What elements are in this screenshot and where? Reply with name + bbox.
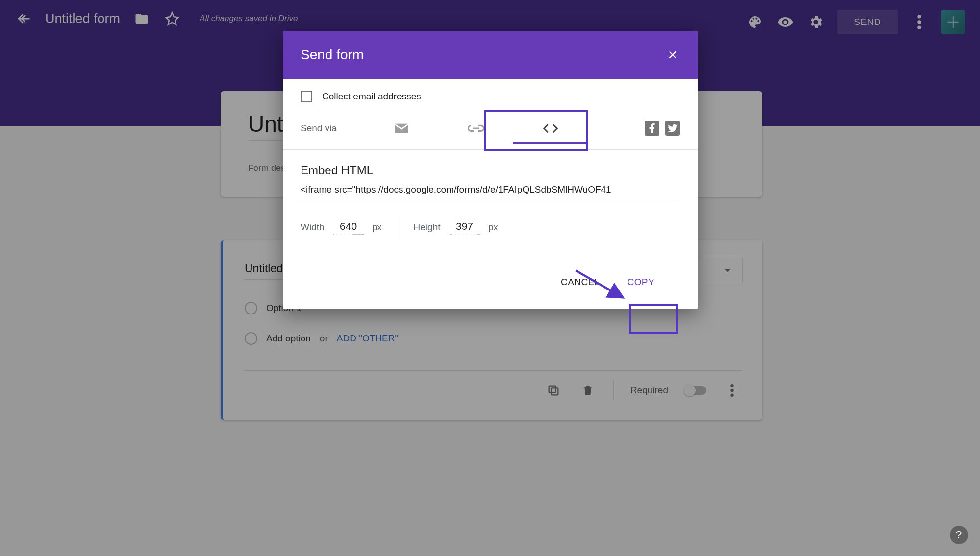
- close-icon[interactable]: [665, 48, 680, 62]
- px-label: px: [489, 222, 498, 233]
- embed-icon: [543, 123, 558, 134]
- send-via-embed-tab[interactable]: [513, 117, 588, 140]
- collect-emails-label: Collect email addresses: [322, 91, 421, 102]
- share-twitter-icon[interactable]: [665, 121, 680, 136]
- height-input[interactable]: [450, 220, 480, 235]
- send-via-link-tab[interactable]: [439, 117, 513, 140]
- send-form-dialog: Send form Collect email addresses Send v…: [283, 31, 698, 309]
- help-icon[interactable]: ?: [950, 526, 968, 544]
- send-via-label: Send via: [301, 123, 364, 134]
- cancel-button[interactable]: CANCEL: [549, 270, 611, 294]
- width-input[interactable]: [333, 220, 364, 235]
- embed-html-title: Embed HTML: [301, 164, 680, 177]
- dialog-title: Send form: [301, 47, 364, 63]
- embed-code-field[interactable]: [301, 177, 680, 200]
- collect-emails-checkbox[interactable]: [301, 91, 312, 102]
- email-icon: [394, 122, 409, 134]
- send-via-email-tab[interactable]: [364, 117, 439, 140]
- width-label: Width: [301, 222, 325, 233]
- share-facebook-icon[interactable]: [645, 121, 659, 136]
- px-label: px: [373, 222, 382, 233]
- link-icon: [468, 124, 484, 133]
- height-label: Height: [414, 222, 441, 233]
- copy-button[interactable]: COPY: [616, 270, 666, 294]
- dialog-header: Send form: [283, 31, 698, 79]
